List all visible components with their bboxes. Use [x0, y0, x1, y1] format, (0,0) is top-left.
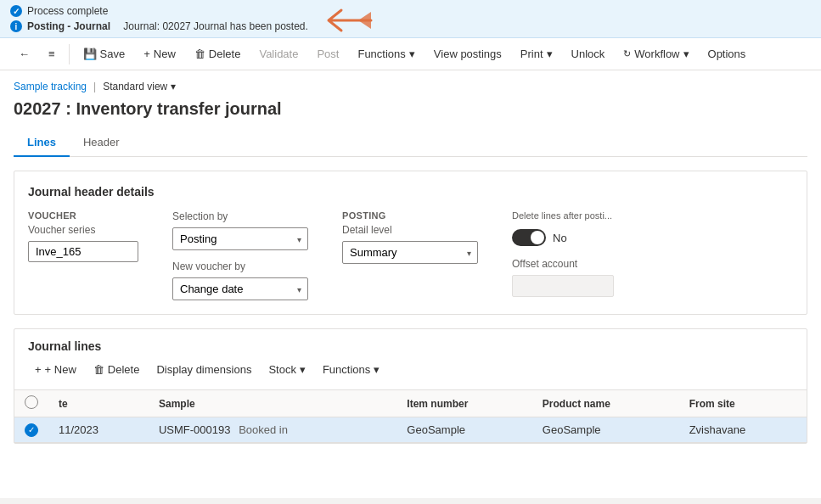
page-content: Sample tracking | Standard view ▾ 02027 …: [0, 70, 821, 498]
unlock-button[interactable]: Unlock: [563, 43, 614, 64]
voucher-series-label: Voucher series: [28, 224, 138, 236]
toggle-knob: [531, 231, 544, 244]
print-chevron-icon: ▾: [547, 48, 553, 60]
journal-header-title: Journal header details: [28, 185, 793, 199]
breadcrumb: Sample tracking | Standard view ▾: [14, 81, 807, 98]
lines-delete-button[interactable]: 🗑 Delete: [87, 360, 147, 379]
toggle-group: No: [512, 229, 614, 246]
check-mark-icon: ✓: [28, 425, 35, 434]
save-button[interactable]: 💾 Save: [75, 43, 134, 64]
process-complete-icon: ✓: [10, 5, 22, 17]
lines-new-icon: +: [35, 363, 42, 376]
toolbar-sep-1: [69, 44, 70, 64]
row-item-number: GeoSample: [396, 417, 532, 443]
options-button[interactable]: Options: [700, 43, 755, 64]
main-toolbar: ← ≡ 💾 Save + New 🗑 Delete Validate Post …: [0, 38, 821, 70]
workflow-button[interactable]: ↻ Workflow ▾: [615, 43, 697, 64]
table-header-row: te Sample Item number Product name From …: [14, 390, 807, 417]
journal-lines-header: Journal lines + + New 🗑 Delete Display d…: [14, 329, 807, 390]
delete-lines-group: Delete lines after posti... No Offset ac…: [512, 210, 614, 297]
post-button[interactable]: Post: [308, 43, 347, 64]
voucher-series-input[interactable]: [28, 241, 138, 262]
tabs-container: Lines Header: [14, 129, 807, 157]
back-icon: ←: [19, 48, 30, 60]
posting-label: POSTING: [342, 210, 478, 221]
save-icon: 💾: [83, 48, 97, 60]
validate-button[interactable]: Validate: [250, 43, 306, 64]
journal-lines-title: Journal lines: [28, 339, 793, 353]
info-icon: i: [10, 20, 22, 32]
new-voucher-by-wrapper: Change date Voucher ▾: [172, 277, 308, 300]
journal-lines-section: Journal lines + + New 🗑 Delete Display d…: [14, 328, 807, 444]
col-item-number: Item number: [396, 390, 532, 417]
selection-group: Selection by Posting Transaction ▾ New v…: [172, 210, 308, 300]
offset-account-input[interactable]: [512, 275, 614, 297]
journal-lines-table: te Sample Item number Product name From …: [14, 390, 807, 443]
posting-group: POSTING Detail level Summary Detail ▾: [342, 210, 478, 264]
delete-lines-toggle[interactable]: [512, 229, 546, 246]
workflow-icon: ↻: [623, 48, 631, 59]
table-row[interactable]: ✓ 11/2023 USMF-000193 Booked in GeoSampl…: [14, 417, 807, 443]
print-button[interactable]: Print ▾: [512, 43, 561, 64]
back-button[interactable]: ←: [10, 43, 38, 64]
selection-by-wrapper: Posting Transaction ▾: [172, 227, 308, 250]
col-product-name: Product name: [532, 390, 679, 417]
delete-lines-label: Delete lines after posti...: [512, 210, 614, 221]
delete-icon: 🗑: [194, 48, 205, 60]
new-voucher-by-select[interactable]: Change date Voucher: [172, 277, 308, 300]
breadcrumb-sample-tracking[interactable]: Sample tracking: [14, 81, 87, 92]
tab-lines[interactable]: Lines: [14, 129, 70, 157]
journal-header-section: Journal header details VOUCHER Voucher s…: [14, 171, 807, 315]
view-postings-button[interactable]: View postings: [425, 43, 510, 64]
lines-delete-icon: 🗑: [93, 363, 104, 376]
info-label: Posting - Journal: [27, 20, 110, 32]
display-dimensions-button[interactable]: Display dimensions: [149, 360, 258, 379]
col-sample: Sample: [149, 390, 396, 417]
tab-header[interactable]: Header: [70, 129, 133, 157]
functions-button[interactable]: Functions ▾: [349, 43, 423, 64]
stock-chevron-icon: ▾: [300, 363, 306, 376]
hamburger-button[interactable]: ≡: [40, 43, 64, 64]
lines-functions-chevron-icon: ▾: [374, 363, 380, 376]
delete-button[interactable]: 🗑 Delete: [186, 43, 250, 64]
detail-level-wrapper: Summary Detail ▾: [342, 241, 478, 264]
col-checkbox: [14, 390, 48, 417]
workflow-chevron-icon: ▾: [683, 48, 689, 60]
process-complete-text: Process complete: [27, 5, 108, 17]
selection-by-label: Selection by: [172, 210, 308, 222]
hamburger-icon: ≡: [48, 48, 55, 60]
new-button[interactable]: + New: [135, 43, 184, 64]
stock-button[interactable]: Stock ▾: [261, 360, 312, 379]
info-message: Journal: 02027 Journal has been posted.: [123, 20, 308, 32]
row-product-name: GeoSample: [532, 417, 679, 443]
row-from-site: Zvishavane: [679, 417, 807, 443]
functions-chevron-icon: ▾: [409, 48, 415, 60]
view-selector[interactable]: Standard view ▾: [103, 81, 176, 92]
detail-level-label: Detail level: [342, 224, 478, 236]
col-te: te: [48, 390, 149, 417]
voucher-group: VOUCHER Voucher series: [28, 210, 138, 262]
offset-account-label: Offset account: [512, 258, 614, 270]
view-chevron-icon: ▾: [171, 81, 176, 92]
row-te: 11/2023: [48, 417, 149, 443]
lines-functions-button[interactable]: Functions ▾: [316, 360, 386, 379]
col-from-site: From site: [679, 390, 807, 417]
journal-header-form: VOUCHER Voucher series Selection by Post…: [28, 210, 793, 300]
row-sample: USMF-000193 Booked in: [149, 417, 396, 443]
new-icon: +: [143, 48, 150, 60]
detail-level-select[interactable]: Summary Detail: [342, 241, 478, 264]
selection-by-select[interactable]: Posting Transaction: [172, 227, 308, 250]
breadcrumb-separator: |: [93, 81, 96, 92]
row-checkbox-cell: ✓: [14, 417, 48, 443]
arrow-annotation: [312, 3, 380, 37]
header-checkbox[interactable]: [25, 395, 38, 409]
page-title: 02027 : Inventory transfer journal: [14, 99, 807, 119]
new-voucher-by-label: New voucher by: [172, 260, 308, 272]
voucher-label: VOUCHER: [28, 210, 138, 221]
row-checkbox[interactable]: ✓: [25, 423, 38, 437]
lines-new-button[interactable]: + + New: [28, 360, 83, 379]
toggle-label: No: [553, 232, 567, 244]
lines-toolbar: + + New 🗑 Delete Display dimensions Stoc…: [28, 360, 793, 379]
